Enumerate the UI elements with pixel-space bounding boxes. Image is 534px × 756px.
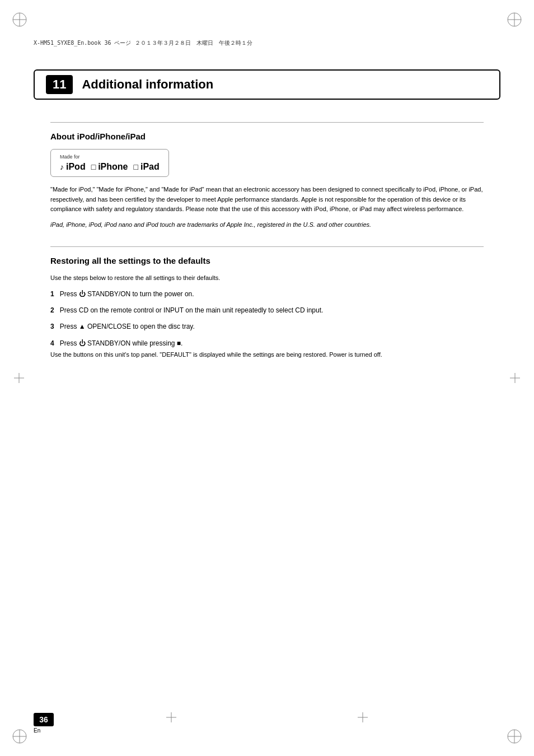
step-3-number: 3 <box>50 323 54 330</box>
made-for-badge: Made for ♪ iPod □ iPhone □ iPad <box>50 149 169 177</box>
page-lang: En <box>34 727 40 734</box>
reg-mark-bl <box>11 728 28 745</box>
section-restore-defaults: Restoring all the settings to the defaul… <box>50 246 484 360</box>
section-title-restore: Restoring all the settings to the defaul… <box>50 256 484 265</box>
page-footer: 36 En <box>34 713 54 734</box>
iphone-icon: □ <box>91 162 96 171</box>
cross-bot-left <box>166 712 176 722</box>
content: About iPod/iPhone/iPad Made for ♪ iPod □… <box>50 122 484 360</box>
cross-left-mid <box>14 373 24 383</box>
step-1-content: Press ⏻ STANDBY/ON to turn the power on. <box>60 290 194 298</box>
page-number: 36 <box>34 713 54 726</box>
badge-icons: ♪ iPod □ iPhone □ iPad <box>60 162 160 172</box>
badge-ipod: ♪ iPod <box>60 162 86 172</box>
ipod-body-text: "Made for iPod," "Made for iPhone," and … <box>50 185 484 214</box>
step-3-content: Press ▲ OPEN/CLOSE to open the disc tray… <box>60 323 195 330</box>
ipod-trademark-text: iPad, iPhone, iPod, iPod nano and iPod t… <box>50 220 484 230</box>
step-1-text: 1 Press ⏻ STANDBY/ON to turn the power o… <box>50 289 484 300</box>
made-for-label: Made for <box>60 154 160 160</box>
chapter-header: 11 Additional information <box>34 69 500 100</box>
step-2-content: Press CD on the remote control or INPUT … <box>60 306 324 314</box>
step-4-content: Press ⏻ STANDBY/ON while pressing ■. <box>60 339 183 347</box>
cross-bot-right <box>358 712 368 722</box>
badge-ipad: □ iPad <box>133 162 159 172</box>
page: X-HM51_SYXE8_En.book 36 ページ ２０１３年３月２８日 木… <box>0 0 534 756</box>
iphone-label: iPhone <box>98 162 128 172</box>
step-2: 2 Press CD on the remote control or INPU… <box>50 305 484 316</box>
step-2-text: 2 Press CD on the remote control or INPU… <box>50 305 484 316</box>
reg-mark-br <box>506 728 523 745</box>
ipod-icon: ♪ <box>60 162 64 171</box>
chapter-number: 11 <box>46 75 73 94</box>
step-4: 4 Press ⏻ STANDBY/ON while pressing ■. U… <box>50 338 484 360</box>
section-title-ipod: About iPod/iPhone/iPad <box>50 132 484 141</box>
header-bar: X-HM51_SYXE8_En.book 36 ページ ２０１３年３月２８日 木… <box>34 39 500 47</box>
step-1: 1 Press ⏻ STANDBY/ON to turn the power o… <box>50 289 484 300</box>
restore-intro: Use the steps below to restore the all s… <box>50 273 484 283</box>
step-4-text: 4 Press ⏻ STANDBY/ON while pressing ■. <box>50 338 484 349</box>
section-about-ipod: About iPod/iPhone/iPad Made for ♪ iPod □… <box>50 122 484 230</box>
reg-mark-tr <box>506 11 523 28</box>
step-2-number: 2 <box>50 306 54 314</box>
ipad-icon: □ <box>133 162 138 171</box>
reg-mark-tl <box>11 11 28 28</box>
badge-iphone: □ iPhone <box>91 162 128 172</box>
ipad-label: iPad <box>140 162 160 172</box>
cross-right-mid <box>510 373 520 383</box>
step-4-extra: Use the buttons on this unit's top panel… <box>50 350 484 360</box>
print-info: X-HM51_SYXE8_En.book 36 ページ ２０１３年３月２８日 木… <box>34 39 500 47</box>
step-1-number: 1 <box>50 290 54 298</box>
step-3-text: 3 Press ▲ OPEN/CLOSE to open the disc tr… <box>50 321 484 332</box>
ipod-label: iPod <box>66 162 86 172</box>
step-4-number: 4 <box>50 339 54 347</box>
chapter-title: Additional information <box>82 77 213 92</box>
step-3: 3 Press ▲ OPEN/CLOSE to open the disc tr… <box>50 321 484 332</box>
